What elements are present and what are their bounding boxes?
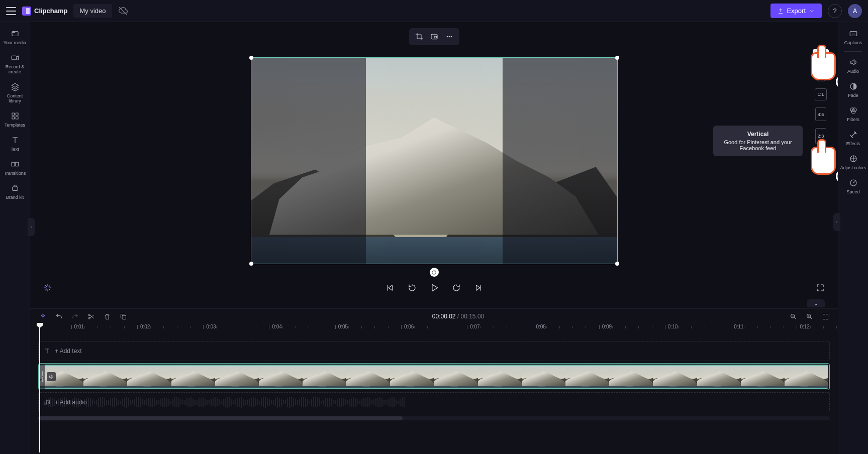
ai-button[interactable]: [38, 312, 47, 321]
sidebar-item-adjust-colors[interactable]: Adjust colors: [838, 151, 868, 175]
zoom-out-button[interactable]: [789, 312, 798, 321]
svg-point-11: [447, 36, 448, 37]
video-track-clip[interactable]: [38, 363, 830, 390]
clip-thumbnail: [609, 366, 653, 388]
sidebar-item-label: Filters: [847, 117, 859, 122]
clip-thumbnail: [259, 366, 303, 388]
audio-track[interactable]: + Add audio: [38, 392, 830, 412]
right-panel-expand[interactable]: ‹: [833, 213, 840, 231]
duplicate-button[interactable]: [119, 312, 128, 321]
help-button[interactable]: ?: [828, 4, 842, 18]
brand-name: Clipchamp: [34, 7, 67, 15]
forward-5-button[interactable]: [450, 281, 463, 294]
svg-rect-19: [850, 32, 857, 36]
sidebar-item-label: Text: [11, 147, 19, 152]
export-button-label: Export: [787, 7, 806, 15]
rotate-handle[interactable]: [430, 268, 439, 277]
svg-rect-2: [12, 113, 15, 116]
adjust-colors-icon: [849, 154, 858, 163]
clip-thumbnail: [346, 366, 390, 388]
skip-end-button[interactable]: [472, 281, 485, 294]
pointer-badge: 2: [836, 170, 838, 183]
project-title[interactable]: My video: [73, 4, 112, 18]
resize-handle[interactable]: [249, 262, 253, 266]
ai-sparkle-button[interactable]: [41, 281, 54, 294]
chevron-down-icon: [809, 8, 815, 14]
sidebar-item-label: Captions: [844, 40, 862, 45]
right-sidebar: Captions Audio Fade Filters Effects Ad: [838, 22, 868, 454]
sidebar-item-captions[interactable]: Captions: [838, 26, 868, 50]
effects-icon: [849, 130, 858, 139]
sidebar-item-label: Your media: [4, 40, 26, 45]
play-button[interactable]: [428, 281, 441, 294]
sidebar-item-your-media[interactable]: Your media: [0, 26, 30, 50]
captions-icon: [849, 29, 858, 38]
resize-handle[interactable]: [249, 56, 253, 60]
clip-thumbnail: [741, 366, 785, 388]
text-icon: [11, 136, 20, 145]
clip-thumbnail: [171, 366, 215, 388]
timeline-panel: 00:00.02 / 00:15.00 0:010:020:030:040:05…: [30, 308, 838, 454]
sidebar-item-text[interactable]: Text: [0, 133, 30, 157]
sidebar-item-filters[interactable]: Filters: [838, 103, 868, 127]
playhead[interactable]: [39, 324, 40, 452]
zoom-fit-button[interactable]: [821, 312, 830, 321]
library-icon: [11, 82, 20, 91]
svg-rect-6: [12, 162, 15, 166]
resize-handle[interactable]: [615, 56, 619, 60]
timeline-ruler[interactable]: 0:010:020:030:040:050:060:070:080:090:10…: [30, 324, 838, 337]
timeline-scrollbar[interactable]: [38, 416, 830, 420]
resize-handle[interactable]: [615, 262, 619, 266]
pip-button[interactable]: [427, 31, 441, 43]
preview-canvas[interactable]: [251, 57, 618, 264]
skip-start-button[interactable]: [383, 281, 397, 294]
clip-thumbnail: [565, 366, 609, 388]
clip-trim-handle[interactable]: [40, 365, 45, 389]
aspect-1-1[interactable]: 1:1: [815, 88, 827, 100]
sync-off-icon[interactable]: [118, 6, 128, 16]
zoom-in-button[interactable]: [805, 312, 814, 321]
sidebar-item-fade[interactable]: Fade: [838, 79, 868, 103]
sidebar-item-templates[interactable]: Templates: [0, 108, 30, 133]
sidebar-item-audio[interactable]: Audio: [838, 55, 868, 79]
text-track[interactable]: + Add text: [38, 341, 830, 361]
hamburger-menu[interactable]: [6, 7, 16, 15]
more-button[interactable]: [442, 31, 456, 43]
sidebar-item-record-create[interactable]: Record & create: [0, 50, 30, 79]
current-time: 00:00.02: [432, 313, 456, 320]
split-button[interactable]: [86, 312, 95, 321]
speed-icon: [849, 178, 858, 187]
undo-button[interactable]: [54, 312, 63, 321]
aspect-4-5[interactable]: 4:5: [815, 107, 826, 121]
crop-button[interactable]: [412, 31, 426, 43]
sidebar-item-label: Audio: [847, 69, 859, 74]
sidebar-item-label: Templates: [5, 123, 25, 128]
fade-icon: [849, 82, 858, 91]
timeline-collapse-toggle[interactable]: ⌄: [807, 299, 825, 307]
audio-icon: [849, 58, 858, 67]
camera-icon: [11, 53, 20, 62]
sidebar-item-label: Record & create: [1, 64, 29, 74]
sidebar-item-label: Brand kit: [6, 195, 24, 200]
sidebar-item-transitions[interactable]: Transitions: [0, 157, 30, 181]
sidebar-item-effects[interactable]: Effects: [838, 127, 868, 151]
pointer-hand-icon: [811, 147, 836, 175]
export-button[interactable]: Export: [770, 4, 822, 18]
rewind-5-button[interactable]: [406, 281, 419, 294]
sidebar-item-label: Content library: [1, 93, 29, 103]
clip-thumbnail: [434, 366, 478, 388]
brand-logo[interactable]: Clipchamp: [22, 7, 67, 16]
sidebar-item-speed[interactable]: Speed: [838, 175, 868, 199]
clip-audio-icon[interactable]: [47, 372, 56, 381]
redo-button[interactable]: [70, 312, 79, 321]
svg-rect-16: [122, 315, 126, 319]
logo-mark: [22, 7, 31, 16]
sidebar-item-content-library[interactable]: Content library: [0, 79, 30, 108]
delete-button[interactable]: [103, 312, 112, 321]
fullscreen-button[interactable]: [814, 281, 827, 294]
clip-thumbnail: [522, 366, 565, 388]
clip-thumbnail: [785, 366, 828, 388]
svg-rect-7: [15, 162, 18, 166]
sidebar-item-brand-kit[interactable]: Brand kit: [0, 181, 30, 205]
avatar[interactable]: A: [848, 4, 862, 18]
